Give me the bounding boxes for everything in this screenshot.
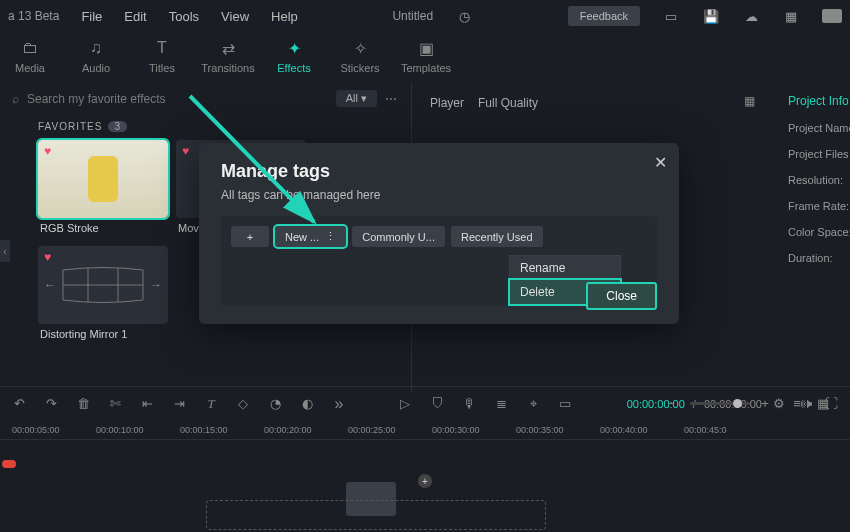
tab-titles[interactable]: TTitles bbox=[132, 38, 192, 78]
redo-icon[interactable]: ↷ bbox=[42, 395, 60, 413]
note-icon: ♫ bbox=[86, 38, 106, 58]
menu-view[interactable]: View bbox=[221, 9, 249, 24]
tag-chip-new[interactable]: New ... ⋮ bbox=[275, 226, 346, 247]
list-view-icon[interactable]: ≡ bbox=[788, 395, 806, 413]
document-title: Untitled bbox=[392, 9, 433, 23]
delete-icon[interactable]: 🗑 bbox=[74, 395, 92, 413]
text-icon: T bbox=[152, 38, 172, 58]
undo-icon[interactable]: ↶ bbox=[10, 395, 28, 413]
grid-icon[interactable]: ▦ bbox=[782, 7, 800, 25]
filter-all[interactable]: All ▾ bbox=[336, 90, 377, 107]
info-framerate: Frame Rate: bbox=[788, 200, 850, 212]
favorites-count: 3 bbox=[108, 121, 127, 132]
more-tools-icon[interactable]: » bbox=[330, 395, 348, 413]
menu-tools[interactable]: Tools bbox=[169, 9, 199, 24]
search-placeholder: Search my favorite effects bbox=[27, 92, 166, 106]
close-button[interactable]: Close bbox=[586, 282, 657, 310]
app-name: a 13 Beta bbox=[8, 9, 59, 23]
quality-select[interactable]: Full Quality bbox=[478, 96, 538, 110]
tab-transitions[interactable]: ⇄Transitions bbox=[198, 38, 258, 78]
play-icon[interactable]: ▷ bbox=[396, 395, 414, 413]
feedback-button[interactable]: Feedback bbox=[568, 6, 640, 26]
timeline: 00:00:05:00 00:00:10:00 00:00:15:00 00:0… bbox=[0, 420, 850, 532]
tab-audio[interactable]: ♫Audio bbox=[66, 38, 126, 78]
transition-icon: ⇄ bbox=[218, 38, 238, 58]
thumb-distorting-mirror[interactable]: ♥ ← → Distorting Mirror 1 bbox=[38, 246, 168, 344]
sticker-icon: ✧ bbox=[350, 38, 370, 58]
tab-effects[interactable]: ✦Effects bbox=[264, 38, 324, 78]
effects-icon: ✦ bbox=[284, 38, 304, 58]
info-project-files: Project Files L bbox=[788, 148, 850, 160]
folder-icon: 🗀 bbox=[20, 38, 40, 58]
project-info-header: Project Info bbox=[788, 94, 850, 108]
trim-left-icon[interactable]: ⇤ bbox=[138, 395, 156, 413]
tab-media[interactable]: 🗀Media bbox=[0, 38, 60, 78]
scroll-left-button[interactable]: ‹ bbox=[0, 240, 10, 262]
modal-subtitle: All tags can be managed here bbox=[221, 188, 657, 202]
tab-stickers[interactable]: ✧Stickers bbox=[330, 38, 390, 78]
favorites-header: FAVORITES 3 bbox=[0, 115, 411, 136]
export-button[interactable] bbox=[822, 9, 842, 23]
shield-icon[interactable]: ⛉ bbox=[428, 395, 446, 413]
tab-templates[interactable]: ▣Templates bbox=[396, 38, 456, 78]
history-icon[interactable]: ◷ bbox=[455, 7, 473, 25]
template-icon: ▣ bbox=[416, 38, 436, 58]
trim-right-icon[interactable]: ⇥ bbox=[170, 395, 188, 413]
search-input[interactable]: ⌕ Search my favorite effects bbox=[12, 92, 328, 106]
add-track-button[interactable]: + bbox=[418, 474, 432, 488]
text-tool-icon[interactable]: T bbox=[202, 395, 220, 413]
heart-icon: ♥ bbox=[44, 250, 51, 264]
arrow-right-icon: → bbox=[150, 278, 162, 292]
arrow-left-icon: ← bbox=[44, 278, 56, 292]
time-ruler[interactable]: 00:00:05:00 00:00:10:00 00:00:15:00 00:0… bbox=[0, 420, 850, 440]
cut-icon[interactable]: ✄ bbox=[106, 395, 124, 413]
menu-edit[interactable]: Edit bbox=[124, 9, 146, 24]
tag-chip-recently-used[interactable]: Recently Used bbox=[451, 226, 543, 247]
search-row: ⌕ Search my favorite effects All ▾ ⋯ bbox=[0, 82, 411, 115]
heart-icon: ♥ bbox=[182, 144, 189, 158]
info-duration: Duration: bbox=[788, 252, 850, 264]
caption-icon[interactable]: ▭ bbox=[556, 395, 574, 413]
drop-zone[interactable] bbox=[206, 500, 546, 530]
project-info-panel: Project Info Project Name Project Files … bbox=[780, 82, 850, 392]
info-project-name: Project Name bbox=[788, 122, 850, 134]
modal-title: Manage tags bbox=[221, 161, 657, 182]
info-resolution: Resolution: bbox=[788, 174, 850, 186]
player-label: Player bbox=[430, 96, 464, 110]
speed-icon[interactable]: ◔ bbox=[266, 395, 284, 413]
mesh-icon bbox=[53, 260, 153, 310]
zoom-out-icon[interactable]: − bbox=[662, 395, 680, 413]
menu-help[interactable]: Help bbox=[271, 9, 298, 24]
crop-icon[interactable]: ◇ bbox=[234, 395, 252, 413]
grid-view-icon[interactable]: ▦ bbox=[814, 395, 832, 413]
snapshot-icon[interactable]: ▦ bbox=[744, 94, 762, 112]
close-icon[interactable]: ✕ bbox=[654, 153, 667, 172]
marker-icon[interactable]: ⌖ bbox=[524, 395, 542, 413]
media-tabs: 🗀Media ♫Audio TTitles ⇄Transitions ✦Effe… bbox=[0, 32, 850, 82]
more-icon[interactable]: ⋯ bbox=[385, 92, 399, 106]
tag-chip-commonly-used[interactable]: Commonly U... bbox=[352, 226, 445, 247]
mixer-icon[interactable]: ≣ bbox=[492, 395, 510, 413]
playhead-icon[interactable] bbox=[2, 460, 16, 468]
mic-icon[interactable]: 🎙 bbox=[460, 395, 478, 413]
search-icon: ⌕ bbox=[12, 92, 19, 106]
manage-tags-modal: ✕ Manage tags All tags can be managed he… bbox=[199, 143, 679, 324]
info-colorspace: Color Space: bbox=[788, 226, 850, 238]
zoom-slider[interactable] bbox=[690, 402, 750, 405]
save-icon[interactable]: 💾 bbox=[702, 7, 720, 25]
add-tag-button[interactable]: + bbox=[231, 226, 269, 247]
heart-icon: ♥ bbox=[44, 144, 51, 158]
cloud-icon[interactable]: ☁ bbox=[742, 7, 760, 25]
context-rename[interactable]: Rename bbox=[510, 256, 620, 280]
chip-menu-icon[interactable]: ⋮ bbox=[325, 230, 336, 243]
transport-bar: ↶ ↷ 🗑 ✄ ⇤ ⇥ T ◇ ◔ ◐ » ▷ ⛉ 🎙 ≣ ⌖ ▭ 00:00:… bbox=[0, 386, 850, 420]
menu-bar: a 13 Beta File Edit Tools View Help Unti… bbox=[0, 0, 850, 32]
menu-file[interactable]: File bbox=[81, 9, 102, 24]
color-icon[interactable]: ◐ bbox=[298, 395, 316, 413]
thumb-rgb-stroke[interactable]: ♥ RGB Stroke bbox=[38, 140, 168, 238]
zoom-in-icon[interactable]: + bbox=[756, 395, 774, 413]
monitor-icon[interactable]: ▭ bbox=[662, 7, 680, 25]
track-area[interactable]: + bbox=[0, 440, 850, 520]
